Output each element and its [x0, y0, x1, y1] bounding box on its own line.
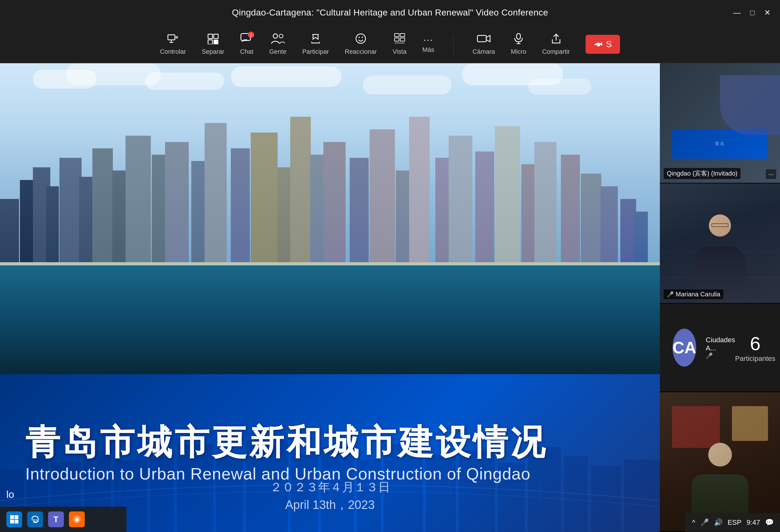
toolbar-camara[interactable]: Cámara — [473, 33, 495, 55]
slide-date-cn: ２０２３年４月１３日 — [0, 479, 660, 495]
tray-caret[interactable]: ^ — [692, 518, 695, 527]
b21 — [370, 129, 395, 269]
participar-label: Participar — [302, 48, 329, 55]
participant-tile-bottom — [660, 392, 780, 532]
svg-rect-6 — [208, 40, 212, 44]
participant-label: Participantes — [735, 354, 775, 363]
toolbar-reaccionar[interactable]: Reaccionar — [345, 33, 377, 55]
tray-notification: 💬 — [765, 518, 774, 527]
wall-item-right — [732, 406, 768, 441]
reaccionar-label: Reaccionar — [345, 48, 377, 55]
wall-item-left — [672, 406, 720, 448]
participant-tile-ciudades: CA Ciudades A... 🎤 6 Participantes — [660, 304, 780, 392]
participant-tile-mariana: 🎤 Mariana Carulia — [660, 184, 780, 304]
b30 — [561, 155, 580, 269]
toolbar-participar[interactable]: Participar — [302, 33, 329, 55]
mic-indicator: 🎤 — [667, 291, 674, 298]
ciudades-mic: 🎤 — [706, 352, 735, 359]
tray-lang: ESP — [728, 518, 741, 527]
cloud3 — [145, 72, 224, 90]
svg-rect-3 — [176, 36, 178, 39]
participar-icon — [310, 33, 321, 46]
camara-label: Cámara — [473, 48, 495, 55]
end-call-button[interactable]: S — [586, 35, 620, 54]
toolbar-micro[interactable]: Micro — [511, 33, 526, 55]
controlar-icon — [167, 33, 179, 46]
svg-point-11 — [356, 34, 365, 43]
avatar-tile-inner: CA Ciudades A... 🎤 6 Participantes — [660, 316, 780, 379]
mariana-glasses — [712, 223, 728, 227]
toolbar-gente[interactable]: Gente — [270, 33, 286, 55]
presentation-area: 青岛市城市更新和城市建设情况 Introduction to Urban Ren… — [0, 63, 660, 532]
tray-time: 9:47 — [746, 518, 760, 527]
toolbar-separator — [453, 35, 454, 54]
tray-speaker-icon: 🔊 — [714, 518, 723, 527]
taskbar-teams[interactable]: T — [48, 512, 64, 527]
participant-tile-qingdao: 青岛 Qingdao (宾客) (Invitado) ··· — [660, 63, 780, 184]
svg-rect-4 — [208, 34, 212, 39]
participant-count: 6 — [735, 333, 775, 354]
b26 — [475, 151, 494, 269]
vista-icon — [394, 33, 405, 46]
bottom-person-video — [660, 392, 780, 531]
separar-icon — [207, 33, 219, 46]
b32 — [600, 186, 618, 269]
toolbar-vista[interactable]: Vista — [393, 33, 406, 55]
b2 — [20, 180, 34, 269]
app4-icon: ● — [73, 516, 81, 523]
taskbar-windows[interactable] — [6, 512, 22, 527]
svg-rect-52 — [14, 520, 18, 524]
micro-icon — [513, 33, 524, 46]
toolbar-mas[interactable]: ··· Más — [423, 35, 434, 53]
svg-rect-20 — [517, 34, 521, 39]
system-tray: ^ 🎤 🔊 ESP 9:47 💬 — [685, 513, 780, 532]
title-bar: Qingdao-Cartagena: "Cultural Heritage an… — [0, 0, 780, 25]
b15 — [251, 133, 278, 269]
b4 — [46, 186, 59, 269]
toolbar-separar[interactable]: Separar — [202, 33, 224, 55]
b7 — [92, 148, 113, 269]
ciudades-avatar: CA — [673, 329, 696, 367]
slide-title-cn: 青岛市城市更新和城市建设情况 — [25, 423, 635, 461]
qingdao-name-label: Qingdao (宾客) (Invitado) — [664, 168, 740, 179]
participant-count-section: 6 Participantes — [735, 333, 775, 363]
chat-label: Chat — [240, 48, 253, 55]
slide-date-section: ２０２３年４月１３日 April 13th，2023 — [0, 470, 660, 513]
taskbar-edge[interactable] — [27, 512, 43, 527]
cloud4 — [231, 66, 341, 87]
svg-rect-7 — [214, 40, 218, 44]
taskbar-app4[interactable]: ● — [69, 512, 85, 527]
b19 — [324, 142, 346, 269]
b23 — [409, 117, 430, 269]
toolbar: Controlar Separar 1 Chat — [0, 25, 780, 63]
toolbar-controlar[interactable]: Controlar — [160, 33, 186, 55]
minimize-button[interactable]: — — [730, 7, 744, 18]
b25 — [449, 136, 472, 269]
reaccionar-icon — [355, 33, 367, 46]
qingdao-video-bg: 青岛 — [660, 63, 780, 183]
b17 — [290, 117, 311, 269]
mariana-name-label: 🎤 Mariana Carulia — [664, 289, 723, 299]
close-button[interactable]: ✕ — [761, 7, 774, 18]
gente-icon — [271, 33, 285, 46]
participant-sidebar: 青岛 Qingdao (宾客) (Invitado) ··· — [660, 63, 780, 532]
b31 — [581, 174, 601, 269]
ciudades-name: Ciudades A... — [706, 336, 735, 352]
mas-label: Más — [423, 46, 434, 53]
svg-rect-51 — [10, 520, 14, 524]
controlar-label: Controlar — [160, 48, 186, 55]
toolbar-compartir[interactable]: Compartir — [542, 33, 570, 55]
camara-icon — [477, 33, 491, 46]
chat-badge: 1 — [248, 32, 254, 38]
qingdao-name-text: Qingdao (宾客) (Invitado) — [667, 169, 737, 178]
svg-rect-16 — [395, 38, 399, 41]
svg-point-10 — [279, 34, 283, 38]
buildings-back — [0, 97, 660, 269]
mas-icon: ··· — [423, 35, 433, 44]
cloud5 — [363, 76, 451, 95]
qingdao-more-options[interactable]: ··· — [766, 169, 776, 179]
teams-letter: T — [53, 515, 58, 524]
toolbar-chat[interactable]: 1 Chat — [240, 33, 253, 55]
cloud7 — [528, 79, 591, 95]
maximize-button[interactable]: □ — [747, 7, 758, 18]
